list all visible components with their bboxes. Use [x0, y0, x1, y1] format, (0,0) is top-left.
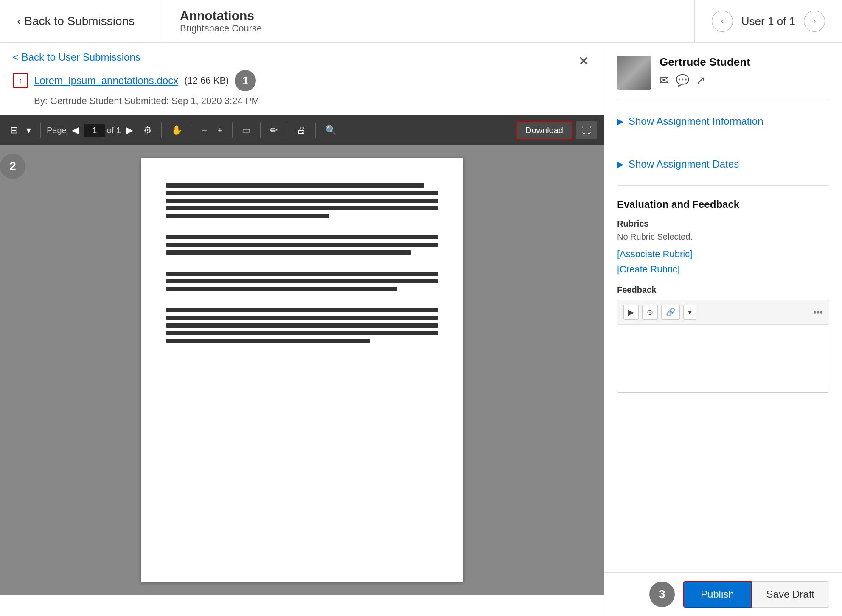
file-upload-icon: ↑: [13, 73, 28, 88]
eval-section: Evaluation and Feedback Rubrics No Rubri…: [617, 199, 829, 393]
show-assignment-dates-label: Show Assignment Dates: [629, 158, 739, 170]
search-button[interactable]: 🔍: [322, 121, 340, 139]
pdf-line: [166, 183, 424, 188]
link-button[interactable]: 🔗: [661, 305, 680, 320]
avatar-image: [617, 56, 651, 90]
associate-rubric-link[interactable]: [Associate Rubric]: [617, 249, 829, 260]
pdf-line: [166, 214, 329, 218]
user-actions: ✉ 💬 ↗: [660, 74, 829, 87]
pen-button[interactable]: ✏: [267, 121, 281, 139]
email-icon[interactable]: ✉: [660, 74, 669, 87]
annotations-title: Annotations: [180, 8, 677, 23]
file-size-label: (12.66 KB): [184, 75, 229, 86]
print-button[interactable]: 🖨: [293, 121, 309, 139]
divider-2: [617, 143, 829, 143]
pdf-line: [166, 206, 438, 210]
left-panel: < Back to User Submissions ↑ Lorem_ipsum…: [0, 43, 604, 616]
user-info: Gertrude Student ✉ 💬 ↗: [660, 56, 829, 87]
file-name-link[interactable]: Lorem_ipsum_annotations.docx: [34, 75, 178, 87]
pdf-toolbar: ⊞ ▾ Page ◀ of 1 ▶ ⚙ ✋ − + ▭ ✏ 🖨: [0, 115, 604, 145]
user-section: Gertrude Student ✉ 💬 ↗: [617, 56, 829, 90]
back-to-submissions-label: Back to Submissions: [24, 14, 135, 28]
back-user-submissions-link[interactable]: < Back to User Submissions: [13, 51, 576, 63]
pdf-page: [141, 158, 463, 582]
toolbar-sep-4: [232, 123, 233, 138]
pdf-line: [166, 339, 370, 343]
top-nav: ‹ Back to Submissions Annotations Bright…: [0, 0, 842, 43]
dropdown-button[interactable]: ▾: [683, 305, 696, 320]
media-button[interactable]: ▶: [623, 305, 639, 320]
pdf-line: [166, 272, 438, 276]
assignment-dates-accordion: ▶ Show Assignment Dates: [617, 151, 829, 177]
pdf-line: [166, 191, 438, 195]
feedback-editor: ▶ ⊙ 🔗 ▾ •••: [617, 300, 829, 393]
pdf-line: [166, 279, 438, 283]
rubrics-label: Rubrics: [617, 219, 829, 229]
next-page-button[interactable]: ▶: [123, 121, 137, 139]
feedback-text-area[interactable]: [617, 325, 829, 392]
toolbar-sep-6: [287, 123, 287, 138]
create-rubric-link[interactable]: [Create Rubric]: [617, 264, 829, 275]
pdf-line: [166, 287, 397, 291]
toolbar-page-group: Page ◀ of 1 ▶: [47, 121, 137, 139]
course-subtitle: Brightspace Course: [180, 23, 677, 34]
pdf-line: [166, 331, 438, 335]
step-3-badge: 3: [649, 582, 675, 607]
page-of-label: of 1: [107, 126, 121, 135]
pdf-line: [166, 235, 438, 239]
divider-1: [617, 100, 829, 100]
close-button[interactable]: ✕: [576, 51, 591, 71]
zoom-out-button[interactable]: −: [198, 121, 210, 139]
toolbar-sep-7: [315, 123, 316, 138]
pdf-line: [166, 243, 438, 247]
pdf-line: [166, 308, 438, 312]
back-to-submissions-button[interactable]: ‹ Back to Submissions: [0, 0, 163, 42]
bottom-spacer: [617, 393, 829, 444]
step-1-badge: 1: [235, 70, 256, 91]
pdf-paragraph-2: [166, 235, 438, 255]
more-options-button[interactable]: •••: [813, 307, 823, 318]
fullscreen-button[interactable]: ⛶: [576, 121, 597, 139]
toolbar-sep-2: [161, 123, 162, 138]
toolbar-dropdown-button[interactable]: ▾: [23, 121, 34, 139]
single-page-button[interactable]: ▭: [239, 121, 254, 139]
download-button[interactable]: Download: [516, 121, 573, 140]
step-2-badge: 2: [0, 154, 25, 179]
toolbar-view-group: ⊞ ▾: [7, 121, 34, 139]
left-header-inner: < Back to User Submissions ↑ Lorem_ipsum…: [13, 51, 576, 106]
top-nav-title-area: Annotations Brightspace Course: [163, 8, 694, 34]
pagination-text: User 1 of 1: [741, 15, 795, 28]
prev-user-button[interactable]: ‹: [712, 11, 733, 32]
next-user-button[interactable]: ›: [804, 11, 825, 32]
chat-icon[interactable]: 💬: [676, 74, 689, 87]
page-label: Page: [47, 126, 67, 135]
save-draft-button[interactable]: Save Draft: [752, 581, 829, 608]
right-panel: Gertrude Student ✉ 💬 ↗ ▶ Show Assignment…: [604, 43, 842, 616]
pdf-line: [166, 316, 438, 320]
settings-button[interactable]: ⚙: [140, 121, 155, 139]
prev-arrow-icon: ‹: [721, 16, 724, 27]
page-number-input[interactable]: [84, 124, 105, 137]
pdf-line: [166, 250, 411, 255]
pdf-paragraph-1: [166, 183, 438, 218]
file-info-row: ↑ Lorem_ipsum_annotations.docx (12.66 KB…: [13, 70, 576, 91]
pdf-paragraph-3: [166, 272, 438, 291]
grid-view-button[interactable]: ⊞: [7, 121, 21, 139]
prev-page-button[interactable]: ◀: [68, 121, 82, 139]
camera-button[interactable]: ⊙: [642, 305, 658, 320]
feedback-label: Feedback: [617, 285, 829, 295]
chart-icon[interactable]: ↗: [696, 74, 705, 87]
accordion-arrow-icon: ▶: [617, 116, 623, 126]
pdf-paragraph-4: [166, 308, 438, 343]
main-content: < Back to User Submissions ↑ Lorem_ipsum…: [0, 43, 842, 616]
left-header: < Back to User Submissions ↑ Lorem_ipsum…: [0, 43, 604, 115]
toolbar-sep-3: [192, 123, 192, 138]
show-assignment-dates-button[interactable]: ▶ Show Assignment Dates: [617, 151, 829, 177]
pagination-area: ‹ User 1 of 1 ›: [694, 0, 842, 42]
pan-button[interactable]: ✋: [168, 121, 186, 139]
pdf-content: [0, 145, 604, 595]
show-assignment-info-button[interactable]: ▶ Show Assignment Information: [617, 109, 829, 134]
publish-button[interactable]: Publish: [683, 581, 752, 608]
zoom-in-button[interactable]: +: [214, 121, 226, 139]
eval-title: Evaluation and Feedback: [617, 199, 829, 210]
